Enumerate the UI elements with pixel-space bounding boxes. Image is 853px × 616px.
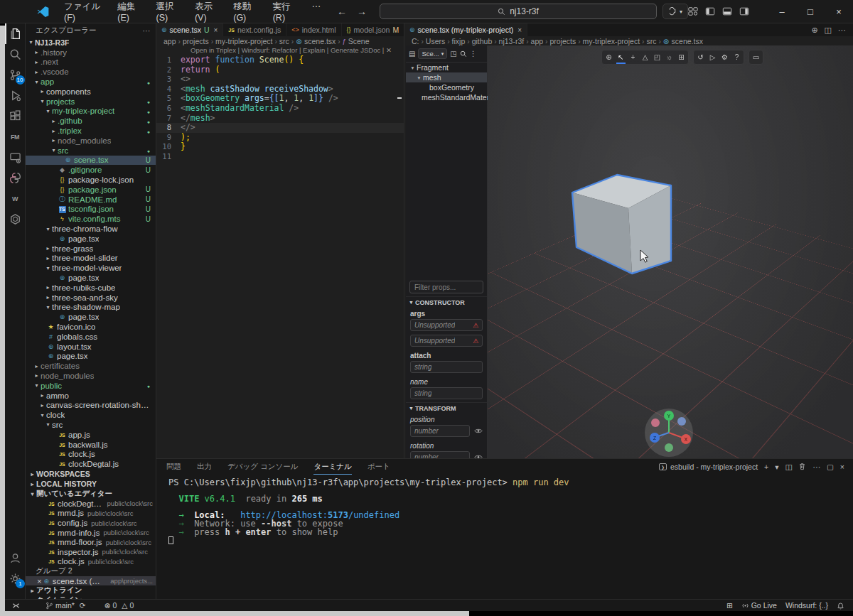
breadcrumb-item[interactable]: my-triplex-project [215,37,273,45]
tree-item-three-shadow-map[interactable]: ▾three-shadow-map [26,303,156,313]
scene-node-boxGeometry[interactable]: boxGeometry [406,82,487,92]
terminal-dropdown-icon[interactable]: ▾ [775,463,778,471]
tree-item-node_modules[interactable]: ▸node_modules [26,136,156,146]
breadcrumb[interactable]: app›projects›my-triplex-project›src›⊛sce… [156,36,404,46]
open-editor-clock.js[interactable]: JSclock.jspublic\clock\src [26,557,156,567]
scene-node-Fragment[interactable]: ▾Fragment [406,63,487,72]
source-control-icon[interactable]: 10 [5,65,26,85]
tree-item-src[interactable]: ▾src● [26,146,156,156]
tree-item-ammo[interactable]: ▸ammo [26,391,156,401]
panel-tab-デバッグ コンソール[interactable]: デバッグ コンソール [227,459,298,475]
grid-tool-icon[interactable]: ⊞ [675,51,687,63]
breadcrumb-item[interactable]: app [531,37,544,45]
navigation-gizmo[interactable]: Y X Z [645,409,693,457]
nav-back-icon[interactable]: ← [337,6,347,17]
tree-item-.github[interactable]: ▸.github● [26,116,156,126]
menu-編集(E)[interactable]: 編集(E) [111,0,148,25]
wakatime-icon[interactable]: W [5,188,26,209]
open-editor-inspector.js[interactable]: JSinspector.jspublic\clock\src [26,547,156,557]
triplex-3d-viewport[interactable]: Y X Z ⊕↖+△◰☼⊞↺▷⚙?▭ [488,45,853,458]
open-editor-mmd-info.js[interactable]: JSmmd-info.jspublic\clock\src [26,528,156,538]
more-actions-icon[interactable]: ⋯ [838,26,846,35]
explorer-icon[interactable] [5,23,26,44]
panel-more-icon[interactable]: ⋯ [812,463,820,471]
settings-icon[interactable]: ⚙ [719,51,731,63]
tab-close-icon[interactable]: × [517,26,522,34]
tree-item-three-chroma-flow[interactable]: ▾three-chroma-flow [26,224,156,234]
play-icon[interactable]: ▷ [707,51,719,63]
breadcrumb-item[interactable]: scene.tsx [672,37,703,45]
open-editor-scene.tsx (my-triplex-project)[interactable]: ×⊛scene.tsx (my-triplex-project)app\proj… [26,576,156,586]
tree-item-package-lock.json[interactable]: {}package-lock.json [26,175,156,185]
panel-tab-ターミナル[interactable]: ターミナル [313,459,351,475]
settings-gear-icon[interactable]: 1 [5,568,26,589]
customize-layout-icon[interactable] [688,6,698,16]
filter-props-input[interactable]: Filter props... [409,281,483,293]
tree-item-vite.config.mts[interactable]: ϟvite.config.mtsU [26,214,156,224]
git-branch-status[interactable]: main* ⟳ [41,600,90,611]
tree-item-clockDegtal.js[interactable]: JSclockDegtal.js [26,459,156,469]
fm-extension-icon[interactable]: FM [5,126,26,147]
scene-node-mesh[interactable]: ▾mesh [406,72,487,82]
tree-item-page.tsx[interactable]: ⊛page.tsx [26,352,156,362]
toggle-secondary-sidebar-icon[interactable] [739,6,749,16]
tree-item-package.json[interactable]: {}package.jsonU [26,185,156,195]
tree-item-my-triplex-project[interactable]: ▾my-triplex-project● [26,107,156,117]
prop-input-args[interactable]: Unsupported⚠ [410,319,483,331]
visibility-eye-icon[interactable] [474,453,483,459]
breadcrumb-item[interactable]: scene.tsx [304,37,336,45]
problems-status[interactable]: ⊗0 △0 [100,600,139,611]
tree-item-app.js[interactable]: JSapp.js [26,430,156,440]
menu-overflow-icon[interactable]: ⋯ [306,0,328,25]
tree-item-page.tsx[interactable]: ⊛page.tsx [26,273,156,283]
tree-item-clock[interactable]: ▾clock [26,410,156,420]
kebab-menu-icon[interactable]: ⋮ [470,50,477,58]
close-icon[interactable]: × [37,577,42,585]
open-editor-mmd-floor.js[interactable]: JSmmd-floor.jspublic\clock\src [26,537,156,547]
selected-cube[interactable] [572,175,671,274]
breadcrumb-item[interactable]: src [646,37,656,45]
python-extension-icon[interactable] [5,168,26,188]
run-debug-icon[interactable] [5,85,26,106]
menu-移動(G)[interactable]: 移動(G) [227,0,264,25]
panel-tab-出力[interactable]: 出力 [197,459,212,475]
camera-frame-icon[interactable]: ▭ [750,51,762,63]
tree-item-three-grass[interactable]: ▸three-grass [26,244,156,254]
tree-item-.vscode[interactable]: ▸.vscode [26,67,156,77]
breadcrumb-item[interactable]: src [279,37,289,45]
open-preview-icon[interactable]: ⊕ [811,26,817,35]
open-editor-clockDegtal.js[interactable]: JSclockDegtal.jspublic\clock\src [26,499,156,509]
openai-icon[interactable] [5,209,26,229]
extensions-icon[interactable] [5,106,26,126]
close-button[interactable]: × [825,1,853,22]
menu-実行(R)[interactable]: 実行(R) [267,0,304,25]
breadcrumb-item[interactable]: my-triplex-project [583,37,640,45]
copilot-toggle-button[interactable]: ▾ [662,4,688,19]
breadcrumb-item[interactable]: projects [183,37,209,45]
tree-item-scene.tsx[interactable]: ⊛scene.tsxU [26,156,156,166]
tab-next.config.js[interactable]: JSnext.config.js [223,23,286,36]
tree-item-node_modules[interactable]: ▸node_modules [26,371,156,381]
tree-item-three-rubiks-cube[interactable]: ▸three-rubiks-cube [26,283,156,293]
section-アウトライン[interactable]: ▸アウトライン [26,585,156,595]
prop-input-name[interactable]: string [410,387,483,399]
tab-model.json[interactable]: {}model.jsonM [342,23,404,36]
tree-item-three-model-slider[interactable]: ▸three-model-slider [26,254,156,264]
tree-item-three-sea-and-sky[interactable]: ▸three-sea-and-sky [26,293,156,303]
tab-close-icon[interactable]: × [214,26,218,34]
tree-item-backwall.js[interactable]: JSbackwall.js [26,440,156,450]
scale-tool-icon[interactable]: ◰ [651,51,663,63]
search-icon[interactable] [460,50,467,58]
tree-item-components[interactable]: ▸components [26,87,156,97]
prop-input-position[interactable]: number [410,425,470,437]
rotate-tool-icon[interactable]: △ [639,51,651,63]
go-live-button[interactable]: Go Live [737,601,781,610]
maximize-panel-icon[interactable]: ▢ [827,463,834,471]
props-section-CONSTRUCTOR[interactable]: ▾CONSTRUCTOR [406,296,487,308]
panel-tab-ポート[interactable]: ポート [368,459,390,475]
tree-item-.triplex[interactable]: ▸.triplex● [26,126,156,136]
open-editor-config.js[interactable]: JSconfig.jspublic\clock\src [26,518,156,528]
panel-tab-問題[interactable]: 問題 [166,459,181,475]
open-in-editor-icon[interactable]: ◳ [450,50,456,58]
props-section-TRANSFORM[interactable]: ▾TRANSFORM [406,402,487,414]
